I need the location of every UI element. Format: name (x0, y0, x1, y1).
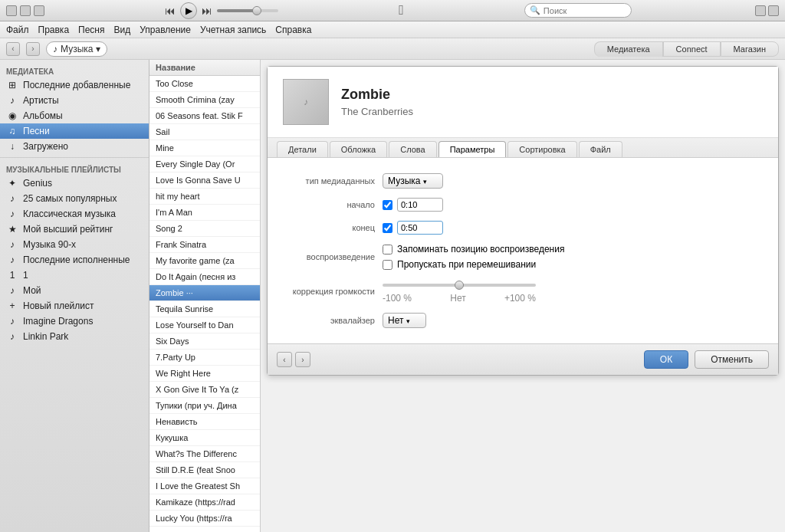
forward-btn[interactable]: ⏭ (202, 5, 212, 17)
toprating-icon: ★ (6, 224, 18, 235)
nav-back-btn[interactable]: ‹ (6, 42, 20, 56)
menu-edit[interactable]: Правка (38, 25, 70, 35)
menu-file[interactable]: Файл (6, 25, 29, 35)
list-item[interactable]: 7.Party Up (149, 350, 260, 366)
search-input[interactable] (544, 6, 620, 15)
end-time-input[interactable] (397, 221, 443, 235)
tab-connect[interactable]: Connect (663, 41, 721, 57)
sidebar-item-loaded[interactable]: ↓ Загружено (0, 139, 149, 154)
sidebar-item-classical[interactable]: ♪ Классическая музыка (0, 206, 149, 222)
search-box[interactable]: 🔍 (524, 3, 632, 18)
cancel-button[interactable]: Отменить (695, 350, 769, 369)
menu-view[interactable]: Вид (114, 25, 131, 35)
list-item[interactable]: Song 2 (149, 221, 260, 237)
list-item[interactable]: Kamikaze (https://rad (149, 494, 260, 511)
tab-details[interactable]: Детали (277, 141, 328, 157)
list-item[interactable]: Do It Again (песня из (149, 269, 260, 285)
sidebar-item-albums[interactable]: ◉ Альбомы (0, 108, 149, 123)
list-item[interactable]: Smooth Crimina (zay (149, 92, 260, 108)
list-item[interactable]: Every Single Day (Or (149, 156, 260, 172)
menu-account[interactable]: Учетная запись (200, 25, 266, 35)
nav-prev-btn[interactable]: ‹ (277, 352, 292, 367)
list-item[interactable]: Still D.R.E (feat Snoo (149, 462, 260, 478)
song-header: ♪ Zombie The Cranberries (268, 67, 778, 138)
sidebar-item-label: Последние добавленные (23, 80, 130, 90)
recent-icon: ⊞ (6, 80, 18, 90)
tab-sort[interactable]: Сортировка (507, 141, 576, 157)
sidebar-item-toprating[interactable]: ★ Мой высший рейтинг (0, 222, 149, 237)
sidebar-divider (0, 157, 149, 158)
list-item[interactable]: I'm A Man (149, 205, 260, 221)
media-type-select[interactable]: Музыка ▾ (383, 173, 443, 189)
linkin-icon: ♪ (6, 331, 18, 342)
sidebar-item-artists[interactable]: ♪ Артисты (0, 93, 149, 108)
song-title: Zombie (341, 87, 413, 103)
sidebar-item-one[interactable]: 1 1 (0, 268, 149, 283)
win-close-btn[interactable] (768, 5, 779, 16)
list-item[interactable]: Lose Yourself to Dan (149, 317, 260, 333)
list-item[interactable]: Lucky You (https://ra (149, 511, 260, 527)
list-item[interactable]: 06 Seasons feat. Stik F (149, 108, 260, 124)
close-btn[interactable] (34, 5, 44, 16)
list-item[interactable]: Tequila Sunrise (149, 301, 260, 317)
end-checkbox[interactable] (383, 223, 392, 233)
list-item[interactable]: Кукушка (149, 430, 260, 446)
skip-shuffle-label: Пропускать при перемешивании (397, 259, 536, 270)
list-item[interactable]: Тупики (при уч. Дина (149, 398, 260, 414)
menu-help[interactable]: Справка (275, 25, 311, 35)
tab-medialibrary[interactable]: Медиатека (594, 41, 663, 57)
list-item[interactable]: Zombie ··· (149, 285, 260, 301)
list-item[interactable]: Too Close (149, 76, 260, 92)
sidebar-item-newplaylist[interactable]: + Новый плейлист (0, 298, 149, 314)
vol-range[interactable] (383, 279, 536, 291)
menu-song[interactable]: Песня (78, 25, 104, 35)
sidebar-item-songs[interactable]: ♫ Песни (0, 123, 149, 139)
tab-store[interactable]: Магазин (721, 41, 779, 57)
sidebar-item-recent[interactable]: ⊞ Последние добавленные (0, 77, 149, 93)
tab-params[interactable]: Параметры (438, 141, 507, 157)
tab-file[interactable]: Файл (579, 141, 622, 157)
list-item[interactable]: My favorite game (za (149, 253, 260, 269)
sidebar-item-90s[interactable]: ♪ Музыка 90-х (0, 237, 149, 252)
list-item[interactable]: hit my heart (149, 189, 260, 205)
remember-pos-checkbox[interactable] (383, 245, 392, 255)
end-label: конец (291, 223, 383, 232)
nav-forward-btn[interactable]: › (26, 42, 40, 56)
ok-button[interactable]: ОК (644, 350, 688, 369)
rewind-btn[interactable]: ⏮ (165, 5, 176, 17)
skip-shuffle-checkbox[interactable] (383, 260, 392, 270)
sidebar-item-linkin[interactable]: ♪ Linkin Park (0, 329, 149, 344)
sidebar-item-top25[interactable]: ♪ 25 самых популярных (0, 191, 149, 206)
song-list-header: Название (149, 60, 260, 76)
play-btn[interactable]: ▶ (180, 2, 197, 19)
song-list: Название Too CloseSmooth Crimina (zay06 … (149, 60, 261, 532)
eq-select[interactable]: Нет ▾ (383, 313, 426, 328)
start-time-input[interactable] (397, 198, 443, 212)
list-item[interactable]: Six Days (149, 333, 260, 350)
list-item[interactable]: I Love the Greatest Sh (149, 478, 260, 494)
list-item[interactable]: X Gon Give It To Ya (z (149, 382, 260, 398)
select-arrow-icon: ▾ (423, 178, 427, 186)
sidebar-item-recent2[interactable]: ♪ Последние исполненные (0, 252, 149, 268)
volume-slider[interactable] (217, 9, 278, 12)
sidebar-item-genius[interactable]: ✦ Genius (0, 176, 149, 191)
list-item[interactable]: Frank Sinatra (149, 237, 260, 253)
list-item[interactable]: We Right Here (149, 366, 260, 382)
menu-manage[interactable]: Управление (140, 25, 191, 35)
sidebar-item-moi[interactable]: ♪ Мой (0, 283, 149, 298)
list-item[interactable]: Sail (149, 124, 260, 140)
list-item[interactable]: Mine (149, 140, 260, 156)
start-checkbox[interactable] (383, 200, 392, 210)
maximize-btn[interactable] (20, 5, 31, 16)
list-item[interactable]: Love Is Gonna Save U (149, 172, 260, 189)
tab-cover[interactable]: Обложка (330, 141, 387, 157)
vol-track (383, 284, 536, 287)
win-restore-btn[interactable] (755, 5, 766, 16)
nav-dropdown-icon[interactable]: ▾ (96, 44, 100, 54)
list-item[interactable]: Ненависть (149, 414, 260, 430)
nav-next-btn[interactable]: › (295, 352, 310, 367)
minimize-btn[interactable] (6, 5, 17, 16)
list-item[interactable]: What?s The Differenc (149, 446, 260, 462)
sidebar-item-imagine[interactable]: ♪ Imagine Dragons (0, 314, 149, 329)
tab-lyrics[interactable]: Слова (389, 141, 436, 157)
